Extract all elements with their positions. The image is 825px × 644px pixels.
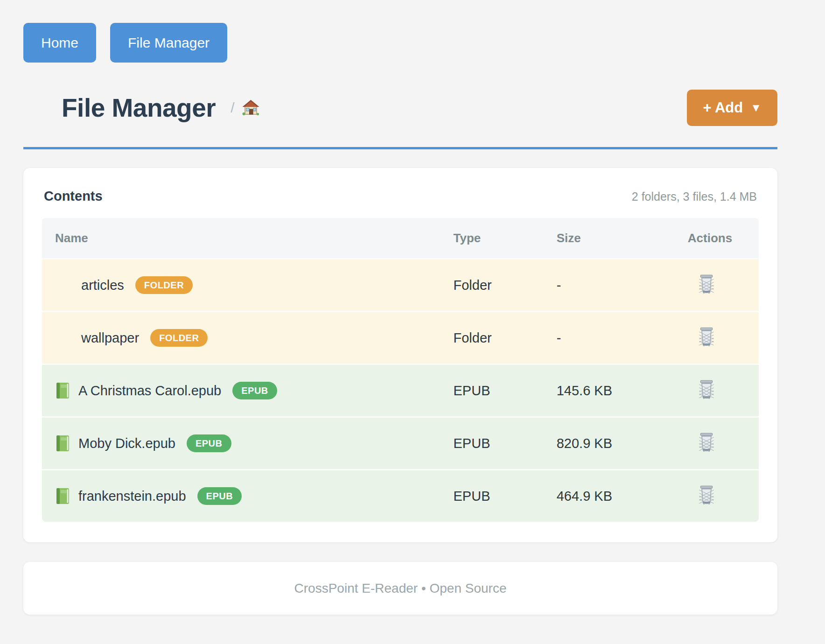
column-header-size: Size [554,218,685,258]
delete-button[interactable] [698,274,715,294]
folder-icon [55,277,73,293]
breadcrumb-separator: / [231,100,234,116]
page-title: File Manager [62,93,216,123]
green-book-icon [55,382,70,399]
wastebasket-icon [698,379,715,399]
header-divider [23,147,777,149]
table-header-row: Name Type Size Actions [42,218,759,258]
table-row: articles FOLDER Folder - [42,258,759,311]
item-type: Folder [451,311,554,364]
item-type: EPUB [451,469,554,522]
page-header: File Manager / + Add ▼ [23,89,777,126]
column-header-type: Type [451,218,554,258]
folder-icon [55,330,73,346]
table-row: frankenstein.epub EPUB EPUB 464.9 KB [42,469,759,522]
item-name[interactable]: articles [81,278,124,293]
wastebasket-icon [698,485,715,504]
contents-title: Contents [44,189,103,204]
file-table: Name Type Size Actions articles FOLDER F… [42,218,759,522]
folder-icon [23,96,52,120]
column-header-name: Name [42,218,451,258]
chevron-down-icon: ▼ [750,101,762,114]
item-name[interactable]: frankenstein.epub [78,489,186,504]
table-row: Moby Dick.epub EPUB EPUB 820.9 KB [42,416,759,469]
contents-header: Contents 2 folders, 3 files, 1.4 MB [42,189,759,204]
top-nav: Home File Manager [23,23,777,63]
delete-button[interactable] [698,379,715,399]
folder-badge: FOLDER [150,329,208,347]
contents-summary: 2 folders, 3 files, 1.4 MB [632,190,757,203]
delete-button[interactable] [698,327,715,346]
wastebasket-icon [698,432,715,452]
item-size: - [554,258,685,311]
epub-badge: EPUB [187,434,231,452]
item-size: 145.6 KB [554,364,685,416]
item-name[interactable]: wallpaper [81,330,139,346]
add-dropdown-button[interactable]: + Add ▼ [687,90,777,126]
wastebasket-icon [698,327,715,346]
file-manager-page: Home File Manager File Manager / + Add ▼… [0,0,825,615]
footer-card: CrossPoint E-Reader • Open Source [23,562,777,615]
item-type: EPUB [451,364,554,416]
folder-badge: FOLDER [135,276,193,294]
table-row: wallpaper FOLDER Folder - [42,311,759,364]
contents-card: Contents 2 folders, 3 files, 1.4 MB Name… [23,168,777,542]
item-name[interactable]: Moby Dick.epub [78,436,175,451]
delete-button[interactable] [698,485,715,504]
column-header-actions: Actions [685,218,759,258]
green-book-icon [55,434,70,452]
nav-home-button[interactable]: Home [23,23,96,63]
breadcrumb-home-button[interactable] [241,98,260,117]
item-size: 464.9 KB [554,469,685,522]
item-type: EPUB [451,416,554,469]
delete-button[interactable] [698,432,715,452]
nav-file-manager-button[interactable]: File Manager [110,23,227,63]
add-button-label: + Add [703,99,743,116]
footer-text: CrossPoint E-Reader • Open Source [294,581,507,596]
item-name[interactable]: A Christmas Carol.epub [78,383,221,399]
table-row: A Christmas Carol.epub EPUB EPUB 145.6 K… [42,364,759,416]
item-type: Folder [451,258,554,311]
green-book-icon [55,487,70,505]
item-size: - [554,311,685,364]
item-size: 820.9 KB [554,416,685,469]
wastebasket-icon [698,274,715,294]
house-icon [241,98,260,117]
epub-badge: EPUB [232,382,277,399]
epub-badge: EPUB [197,487,242,505]
